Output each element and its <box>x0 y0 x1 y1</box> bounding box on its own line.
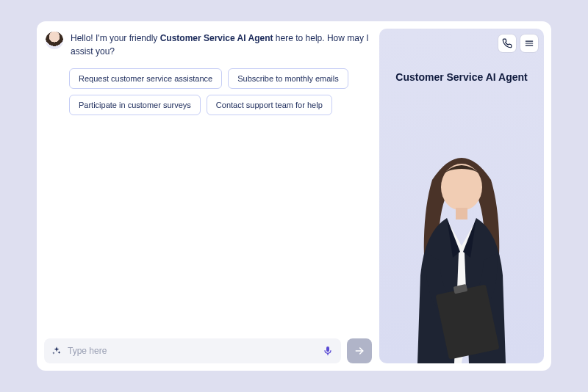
chip-contact-support[interactable]: Contact support team for help <box>207 95 332 115</box>
assistant-avatar <box>46 32 63 49</box>
side-panel: Customer Service AI Agent <box>379 29 544 363</box>
assistant-message: Hello! I'm your friendly Customer Servic… <box>44 29 372 58</box>
sparkle-icon <box>51 346 62 356</box>
chip-request-assistance[interactable]: Request customer service assistance <box>69 68 222 89</box>
send-button[interactable] <box>347 338 372 363</box>
suggestion-chips: Request customer service assistance Subs… <box>69 68 372 115</box>
agent-illustration <box>388 128 535 363</box>
side-actions <box>498 35 538 52</box>
menu-icon <box>524 38 534 48</box>
greeting-pre: Hello! I'm your friendly <box>71 33 160 43</box>
call-button[interactable] <box>498 35 516 52</box>
greeting-text: Hello! I'm your friendly Customer Servic… <box>71 32 370 58</box>
chip-surveys[interactable]: Participate in customer surveys <box>69 95 201 115</box>
greeting-bold: Customer Service AI Agent <box>160 33 273 43</box>
microphone-icon[interactable] <box>322 345 334 357</box>
svg-rect-5 <box>456 208 467 219</box>
app-card: Hello! I'm your friendly Customer Servic… <box>37 21 551 371</box>
arrow-right-icon <box>354 345 365 357</box>
message-input[interactable] <box>68 346 316 356</box>
text-input-wrap <box>44 338 341 363</box>
input-bar <box>44 338 372 363</box>
phone-icon <box>502 38 512 48</box>
menu-button[interactable] <box>520 35 538 52</box>
chip-subscribe-emails[interactable]: Subscribe to monthly emails <box>228 68 348 89</box>
chat-panel: Hello! I'm your friendly Customer Servic… <box>44 29 372 363</box>
side-panel-title: Customer Service AI Agent <box>379 71 544 83</box>
